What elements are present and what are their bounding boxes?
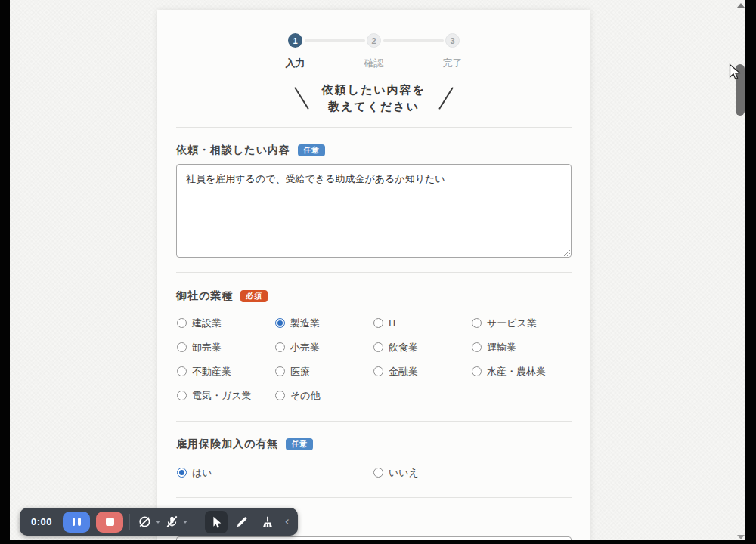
radio-input[interactable] bbox=[373, 342, 383, 352]
pause-button[interactable] bbox=[63, 512, 90, 533]
cursor-icon bbox=[209, 515, 223, 529]
recorder-toolbar: 0:00 bbox=[20, 508, 298, 536]
radio-label: 医療 bbox=[290, 365, 310, 379]
mic-menu-caret-icon[interactable] bbox=[183, 521, 187, 524]
optional-badge: 任意 bbox=[286, 438, 313, 450]
radio-input[interactable] bbox=[275, 342, 285, 352]
radio-input[interactable] bbox=[177, 318, 187, 328]
step-confirm: 2 確認 bbox=[335, 33, 414, 70]
radio-label: IT bbox=[389, 317, 398, 329]
camera-menu-caret-icon[interactable] bbox=[156, 521, 160, 524]
industry-option-denki-gas[interactable]: 電気・ガス業 bbox=[177, 388, 275, 403]
form-card: 1 入力 2 確認 3 完了 依頼したい内容を 教えてください 依頼・相談したい… bbox=[157, 10, 590, 544]
step-input: 1 入力 bbox=[256, 33, 335, 70]
radio-label: 卸売業 bbox=[192, 341, 222, 354]
radio-input[interactable] bbox=[177, 342, 187, 352]
section-divider bbox=[176, 497, 572, 498]
window-edge-right bbox=[745, 0, 756, 544]
industry-option-sonota[interactable]: その他 bbox=[275, 388, 373, 403]
window-edge-bottom bbox=[0, 540, 756, 544]
scroll-up-arrow-icon[interactable] bbox=[737, 3, 745, 8]
industry-option-suisan[interactable]: 水産・農林業 bbox=[472, 364, 572, 379]
page-title-text: 依頼したい内容を 教えてください bbox=[322, 82, 426, 115]
radio-label: はい bbox=[192, 466, 212, 480]
decorative-slash-right bbox=[438, 87, 454, 110]
industry-radio-group: 建設業 製造業 IT サービス業 卸売業 小売業 飲食業 運輸業 不動産業 医療… bbox=[177, 316, 572, 403]
industry-option-iryo[interactable]: 医療 bbox=[275, 364, 373, 379]
optional-badge: 任意 bbox=[298, 144, 325, 156]
industry-option-kouri[interactable]: 小売業 bbox=[275, 340, 373, 354]
scroll-down-arrow-icon[interactable] bbox=[737, 535, 745, 539]
mouse-cursor-icon bbox=[729, 63, 742, 81]
industry-option-service[interactable]: サービス業 bbox=[472, 316, 572, 330]
cursor-tool-button[interactable] bbox=[205, 511, 228, 533]
eraser-tool-button[interactable] bbox=[256, 511, 279, 533]
stop-icon bbox=[106, 518, 114, 526]
radio-input[interactable] bbox=[472, 342, 482, 352]
page-title-line2: 教えてください bbox=[322, 98, 426, 115]
radio-label: 小売業 bbox=[290, 341, 320, 354]
step-number: 1 bbox=[288, 33, 302, 48]
pause-icon bbox=[73, 518, 76, 526]
radio-label: いいえ bbox=[389, 466, 419, 480]
radio-input[interactable] bbox=[472, 318, 482, 328]
insurance-section-label: 雇用保険加入の有無 bbox=[176, 437, 278, 451]
section-divider bbox=[176, 421, 572, 422]
radio-input[interactable] bbox=[472, 366, 482, 376]
pen-tool-button[interactable] bbox=[231, 511, 253, 533]
insurance-option-yes[interactable]: はい bbox=[177, 465, 373, 480]
request-section-label: 依頼・相談したい内容 bbox=[176, 144, 290, 157]
window-edge-left bbox=[0, 0, 10, 544]
request-section-header: 依頼・相談したい内容 任意 bbox=[176, 144, 325, 157]
mic-off-button[interactable] bbox=[165, 515, 179, 529]
industry-section-header: 御社の業種 必須 bbox=[176, 289, 268, 303]
radio-label: その他 bbox=[290, 389, 321, 403]
page-title-line1: 依頼したい内容を bbox=[322, 82, 426, 98]
step-done: 3 完了 bbox=[414, 33, 492, 70]
industry-option-it[interactable]: IT bbox=[373, 316, 472, 330]
radio-input[interactable] bbox=[177, 391, 187, 400]
industry-option-kensetsu[interactable]: 建設業 bbox=[177, 316, 275, 330]
step-number: 2 bbox=[367, 33, 381, 48]
camera-off-icon bbox=[138, 515, 152, 529]
radio-label: 建設業 bbox=[192, 317, 222, 330]
request-textarea[interactable]: 社員を雇用するので、受給できる助成金があるか知りたい bbox=[176, 164, 572, 258]
toolbar-divider bbox=[129, 514, 130, 530]
section-divider bbox=[176, 127, 572, 128]
industry-option-inshoku[interactable]: 飲食業 bbox=[373, 340, 472, 354]
industry-option-kinyu[interactable]: 金融業 bbox=[373, 364, 472, 379]
step-label: 完了 bbox=[414, 57, 492, 70]
toolbar-divider bbox=[197, 514, 197, 530]
mic-off-icon bbox=[165, 515, 179, 529]
insurance-radio-group: はい いいえ bbox=[177, 465, 572, 480]
industry-option-fudosan[interactable]: 不動産業 bbox=[177, 364, 275, 379]
industry-option-unyu[interactable]: 運輸業 bbox=[472, 340, 572, 354]
radio-label: 飲食業 bbox=[389, 341, 418, 354]
step-number: 3 bbox=[445, 33, 460, 48]
insurance-option-no[interactable]: いいえ bbox=[373, 465, 572, 480]
radio-label: 電気・ガス業 bbox=[192, 389, 252, 403]
radio-label: 製造業 bbox=[290, 317, 320, 330]
radio-input[interactable] bbox=[275, 391, 285, 400]
broom-icon bbox=[261, 515, 274, 529]
collapse-toolbar-button[interactable]: ‹ bbox=[285, 515, 290, 527]
radio-input[interactable] bbox=[275, 318, 285, 328]
stop-button[interactable] bbox=[96, 512, 123, 533]
radio-input[interactable] bbox=[373, 468, 383, 478]
radio-label: 運輸業 bbox=[487, 341, 516, 354]
camera-off-button[interactable] bbox=[138, 515, 152, 529]
industry-option-seizo[interactable]: 製造業 bbox=[275, 316, 373, 330]
step-label: 入力 bbox=[256, 57, 335, 70]
radio-label: 金融業 bbox=[389, 365, 418, 379]
radio-input[interactable] bbox=[177, 366, 187, 376]
radio-input[interactable] bbox=[373, 366, 383, 376]
decorative-slash-left bbox=[294, 87, 309, 110]
industry-option-oroshiuri[interactable]: 卸売業 bbox=[177, 340, 275, 354]
page-title: 依頼したい内容を 教えてください bbox=[157, 82, 590, 115]
stepper: 1 入力 2 確認 3 完了 bbox=[256, 33, 492, 80]
radio-input[interactable] bbox=[275, 366, 285, 376]
radio-input[interactable] bbox=[177, 468, 187, 478]
radio-label: 水産・農林業 bbox=[487, 365, 546, 379]
required-badge: 必須 bbox=[240, 290, 268, 302]
radio-input[interactable] bbox=[373, 318, 383, 328]
